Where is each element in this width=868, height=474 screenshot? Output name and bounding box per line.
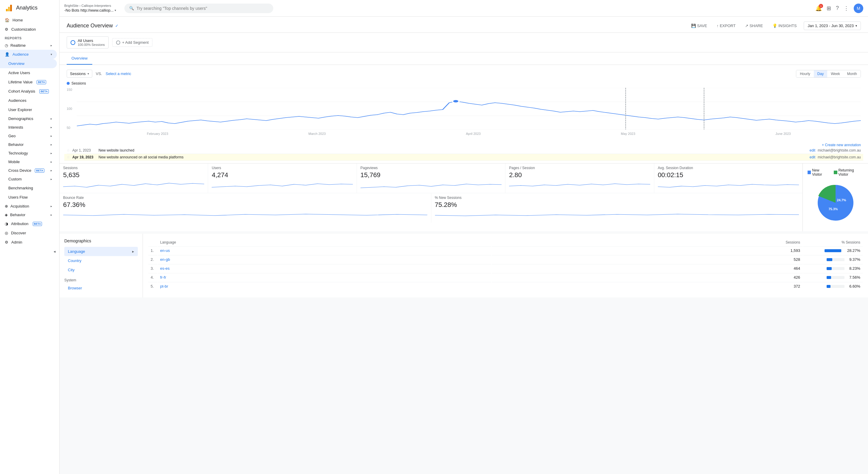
add-segment-button[interactable]: + Add Segment <box>112 38 152 47</box>
beta-badge-cohort: BETA <box>39 89 49 93</box>
search-input[interactable] <box>136 6 269 11</box>
stat-label-sessions: Sessions <box>63 166 204 170</box>
share-button[interactable]: ↗ SHARE <box>743 22 765 29</box>
sidebar-item-user-explorer[interactable]: User Explorer <box>0 105 57 114</box>
sidebar-item-technology[interactable]: Technology ▸ <box>0 149 57 157</box>
sidebar-item-customization[interactable]: ⚙ Customization <box>0 25 57 34</box>
chevron-down-icon: ▾ <box>856 24 857 27</box>
property-selector[interactable]: -No Bots http://www.calliop... ▾ <box>64 8 116 12</box>
sidebar-item-interests[interactable]: Interests ▸ <box>0 123 57 131</box>
table-row: 3. es-es 464 8.23% <box>148 264 863 272</box>
star-icon[interactable]: ☆ <box>67 148 70 152</box>
page-header: Audience Overview ✓ 💾 SAVE ↑ EXPORT ↗ SH… <box>60 17 868 33</box>
annotation-edit-1[interactable]: edit <box>810 148 815 152</box>
sidebar-item-lifetime-value[interactable]: Lifetime Value BETA <box>0 78 57 87</box>
stat-label-pages: Pages / Session <box>509 166 650 170</box>
sidebar-item-realtime[interactable]: ◷ Realtime ▸ <box>0 41 57 50</box>
reports-label: REPORTS <box>0 34 59 41</box>
sidebar-item-overview[interactable]: Overview <box>0 59 57 68</box>
insights-button[interactable]: 💡 INSIGHTS <box>770 22 799 29</box>
sidebar-item-audience[interactable]: 👤 Audience ▾ <box>0 50 57 59</box>
behavior-icon: ◈ <box>5 213 8 217</box>
notifications-button[interactable]: 🔔 1 <box>815 5 822 11</box>
sidebar-item-cross-device[interactable]: Cross Device BETA ▸ <box>0 166 57 175</box>
star-icon[interactable]: ☆ <box>67 155 70 159</box>
lang-link[interactable]: fr-fr <box>160 275 166 279</box>
pct-cell: 28.27% <box>803 246 863 255</box>
sidebar-item-label: Geo <box>8 134 16 138</box>
demo-item-label-country: Country <box>68 259 82 263</box>
sidebar-item-audiences[interactable]: Audiences <box>0 96 57 105</box>
demo-item-country[interactable]: Country <box>64 256 138 265</box>
create-annotation-btn[interactable]: + Create new annotation <box>67 143 861 147</box>
search-bar[interactable]: 🔍 <box>124 4 273 13</box>
rank-cell: 2. <box>148 255 157 264</box>
sidebar-item-home[interactable]: 🏠 Home <box>0 16 57 25</box>
lang-link[interactable]: es-es <box>160 266 170 271</box>
lang-cell: en-us <box>158 246 491 255</box>
chevron-down-icon: ▾ <box>115 9 116 12</box>
time-btn-month[interactable]: Month <box>844 70 861 78</box>
time-btn-hourly[interactable]: Hourly <box>796 70 814 78</box>
export-button[interactable]: ↑ EXPORT <box>714 22 738 29</box>
sidebar-item-geo[interactable]: Geo ▸ <box>0 131 57 140</box>
stat-session-duration: Avg. Session Duration 00:02:15 <box>654 164 803 193</box>
sidebar-item-active-users[interactable]: Active Users <box>0 68 57 78</box>
segment-label: All Users <box>78 38 105 43</box>
time-buttons: Hourly Day Week Month <box>796 70 861 78</box>
demo-item-language[interactable]: Language ▸ <box>64 247 138 256</box>
sidebar-item-admin[interactable]: ⚙ Admin <box>0 238 57 247</box>
more-icon[interactable]: ⋮ <box>844 5 849 11</box>
sidebar-item-users-flow[interactable]: Users Flow <box>0 192 57 202</box>
sidebar-item-mobile[interactable]: Mobile ▸ <box>0 157 57 166</box>
header-actions: 🔔 1 ⊞ ? ⋮ M <box>815 4 863 13</box>
lang-link[interactable]: en-gb <box>160 257 170 262</box>
stats-pie-wrapper: Sessions 5,635 Users 4,274 <box>60 164 868 231</box>
chevron-right-icon: ▸ <box>51 160 52 164</box>
date-range-selector[interactable]: Jan 1, 2023 - Jun 30, 2023 ▾ <box>804 22 861 30</box>
stat-label-pageviews: Pageviews <box>361 166 502 170</box>
tab-overview[interactable]: Overview <box>67 52 92 65</box>
admin-icon: ⚙ <box>5 240 8 244</box>
sidebar-item-acquisition[interactable]: ⊕ Acquisition ▸ <box>0 202 57 210</box>
time-btn-day[interactable]: Day <box>814 70 827 78</box>
sidebar-item-attribution[interactable]: ◑ Attribution BETA <box>0 219 57 228</box>
demo-item-label-browser: Browser <box>68 286 82 290</box>
lang-link[interactable]: pt-br <box>160 284 168 289</box>
sidebar-item-discover[interactable]: ◎ Discover <box>0 228 57 238</box>
demo-item-browser[interactable]: Browser <box>64 284 138 293</box>
pie-new-pct-label: 24.7% <box>837 198 846 202</box>
annotation-text-2: New website announced on all social medi… <box>98 155 807 159</box>
avatar[interactable]: M <box>854 4 863 13</box>
sidebar-item-label: Demographics <box>8 116 33 121</box>
pie-dot-returning <box>834 171 837 174</box>
sidebar-header: Analytics <box>0 0 59 16</box>
demo-item-city[interactable]: City <box>64 265 138 274</box>
sidebar-item-demographics[interactable]: Demographics ▸ <box>0 114 57 123</box>
lang-link[interactable]: en-us <box>160 248 170 253</box>
sidebar-item-custom[interactable]: Custom ▸ <box>0 175 57 183</box>
sidebar-item-behavior[interactable]: Behavior ▸ <box>0 140 57 149</box>
metric-selector[interactable]: Sessions ▾ <box>67 70 92 78</box>
collapse-sidebar-button[interactable]: ◂ <box>0 247 59 256</box>
svg-rect-1 <box>8 7 10 11</box>
legend-dot-sessions <box>67 82 70 85</box>
pct-cell: 9.37% <box>803 255 863 264</box>
time-btn-week[interactable]: Week <box>827 70 843 78</box>
sidebar-item-behavior-main[interactable]: ◈ Behavior ▸ <box>0 210 57 219</box>
select-metric-link[interactable]: Select a metric <box>106 71 131 76</box>
breadcrumb-sep: › <box>80 4 82 7</box>
all-users-segment[interactable]: All Users 100.00% Sessions <box>67 36 108 49</box>
pct-cell: 7.56% <box>803 273 863 282</box>
sidebar-item-cohort-analysis[interactable]: Cohort Analysis BETA <box>0 87 57 96</box>
pie-label-new: New Visitor <box>812 168 829 177</box>
help-icon[interactable]: ? <box>836 5 839 11</box>
customization-icon: ⚙ <box>5 27 8 32</box>
save-button[interactable]: 💾 SAVE <box>689 22 710 29</box>
chevron-right-icon: ▸ <box>51 177 52 181</box>
chart-legend: Sessions <box>67 81 861 85</box>
table-row: 1. en-us 1,593 28.27% <box>148 246 863 255</box>
apps-icon[interactable]: ⊞ <box>827 5 831 11</box>
sidebar-item-benchmarking[interactable]: Benchmarking <box>0 183 57 192</box>
annotation-edit-2[interactable]: edit <box>810 155 815 159</box>
